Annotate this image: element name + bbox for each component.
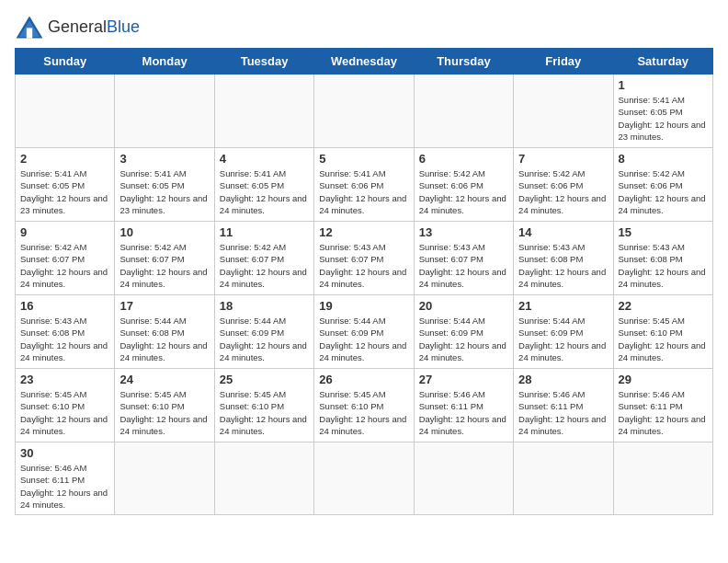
calendar-week-row: 1Sunrise: 5:41 AMSunset: 6:05 PMDaylight… — [16, 75, 713, 148]
day-number: 3 — [119, 152, 209, 166]
day-number: 10 — [119, 225, 209, 239]
day-info: Sunrise: 5:42 AMSunset: 6:07 PMDaylight:… — [20, 241, 109, 290]
weekday-header-row: SundayMondayTuesdayWednesdayThursdayFrid… — [16, 49, 713, 75]
weekday-header-tuesday: Tuesday — [214, 49, 313, 75]
calendar-week-row: 23Sunrise: 5:45 AMSunset: 6:10 PMDayligh… — [16, 369, 713, 442]
page-header: GeneralBlue — [15, 15, 713, 40]
day-number: 20 — [419, 299, 508, 313]
day-info: Sunrise: 5:46 AMSunset: 6:11 PMDaylight:… — [20, 462, 109, 511]
calendar-day-cell: 9Sunrise: 5:42 AMSunset: 6:07 PMDaylight… — [16, 222, 115, 295]
day-number: 7 — [518, 152, 608, 166]
day-number: 26 — [319, 373, 408, 386]
day-number: 14 — [518, 225, 608, 239]
logo: GeneralBlue — [15, 15, 140, 40]
day-number: 27 — [419, 373, 508, 386]
calendar-day-cell: 15Sunrise: 5:43 AMSunset: 6:08 PMDayligh… — [613, 222, 712, 295]
weekday-header-friday: Friday — [514, 49, 613, 75]
day-info: Sunrise: 5:44 AMSunset: 6:08 PMDaylight:… — [119, 315, 209, 363]
day-number: 24 — [119, 373, 209, 386]
day-info: Sunrise: 5:43 AMSunset: 6:07 PMDaylight:… — [319, 241, 408, 290]
calendar-day-cell — [214, 442, 313, 515]
calendar-day-cell: 10Sunrise: 5:42 AMSunset: 6:07 PMDayligh… — [115, 222, 214, 295]
day-info: Sunrise: 5:44 AMSunset: 6:09 PMDaylight:… — [220, 315, 309, 363]
day-number: 1 — [619, 78, 708, 92]
calendar-day-cell — [314, 75, 414, 148]
day-number: 30 — [20, 446, 109, 460]
day-number: 22 — [619, 299, 708, 313]
calendar-day-cell: 16Sunrise: 5:43 AMSunset: 6:08 PMDayligh… — [16, 295, 115, 369]
day-info: Sunrise: 5:41 AMSunset: 6:06 PMDaylight:… — [319, 167, 408, 216]
calendar-day-cell: 28Sunrise: 5:46 AMSunset: 6:11 PMDayligh… — [514, 369, 613, 442]
day-number: 4 — [220, 152, 309, 166]
day-number: 6 — [419, 152, 508, 166]
day-info: Sunrise: 5:41 AMSunset: 6:05 PMDaylight:… — [619, 94, 708, 143]
weekday-header-thursday: Thursday — [414, 49, 513, 75]
day-info: Sunrise: 5:42 AMSunset: 6:06 PMDaylight:… — [518, 167, 608, 216]
calendar-day-cell: 14Sunrise: 5:43 AMSunset: 6:08 PMDayligh… — [514, 222, 613, 295]
calendar-day-cell: 4Sunrise: 5:41 AMSunset: 6:05 PMDaylight… — [214, 148, 313, 222]
calendar-day-cell — [414, 75, 513, 148]
calendar-day-cell: 18Sunrise: 5:44 AMSunset: 6:09 PMDayligh… — [214, 295, 313, 369]
day-info: Sunrise: 5:46 AMSunset: 6:11 PMDaylight:… — [619, 388, 708, 437]
day-info: Sunrise: 5:41 AMSunset: 6:05 PMDaylight:… — [20, 167, 109, 216]
logo-text: GeneralBlue — [48, 17, 140, 38]
day-number: 12 — [319, 225, 408, 239]
day-info: Sunrise: 5:44 AMSunset: 6:09 PMDaylight:… — [518, 315, 608, 363]
calendar-day-cell: 27Sunrise: 5:46 AMSunset: 6:11 PMDayligh… — [414, 369, 513, 442]
calendar-day-cell: 11Sunrise: 5:42 AMSunset: 6:07 PMDayligh… — [214, 222, 313, 295]
calendar-week-row: 30Sunrise: 5:46 AMSunset: 6:11 PMDayligh… — [16, 442, 713, 515]
calendar-day-cell — [214, 75, 313, 148]
calendar-day-cell: 5Sunrise: 5:41 AMSunset: 6:06 PMDaylight… — [314, 148, 414, 222]
day-info: Sunrise: 5:42 AMSunset: 6:07 PMDaylight:… — [220, 241, 309, 290]
logo-icon — [15, 15, 44, 40]
day-info: Sunrise: 5:44 AMSunset: 6:09 PMDaylight:… — [319, 315, 408, 363]
day-number: 28 — [518, 373, 608, 386]
day-info: Sunrise: 5:43 AMSunset: 6:08 PMDaylight:… — [518, 241, 608, 290]
day-info: Sunrise: 5:45 AMSunset: 6:10 PMDaylight:… — [20, 388, 109, 437]
calendar-day-cell: 7Sunrise: 5:42 AMSunset: 6:06 PMDaylight… — [514, 148, 613, 222]
day-info: Sunrise: 5:45 AMSunset: 6:10 PMDaylight:… — [319, 388, 408, 437]
calendar-day-cell: 17Sunrise: 5:44 AMSunset: 6:08 PMDayligh… — [115, 295, 214, 369]
calendar-day-cell — [514, 75, 613, 148]
weekday-header-wednesday: Wednesday — [314, 49, 414, 75]
day-number: 9 — [20, 225, 109, 239]
calendar-day-cell: 19Sunrise: 5:44 AMSunset: 6:09 PMDayligh… — [314, 295, 414, 369]
day-number: 2 — [20, 152, 109, 166]
day-number: 5 — [319, 152, 408, 166]
calendar-day-cell: 26Sunrise: 5:45 AMSunset: 6:10 PMDayligh… — [314, 369, 414, 442]
day-number: 25 — [220, 373, 309, 386]
calendar-day-cell: 12Sunrise: 5:43 AMSunset: 6:07 PMDayligh… — [314, 222, 414, 295]
day-info: Sunrise: 5:46 AMSunset: 6:11 PMDaylight:… — [419, 388, 508, 437]
day-number: 16 — [20, 299, 109, 313]
day-info: Sunrise: 5:43 AMSunset: 6:08 PMDaylight:… — [20, 315, 109, 363]
day-number: 13 — [419, 225, 508, 239]
day-number: 15 — [619, 225, 708, 239]
calendar-day-cell: 24Sunrise: 5:45 AMSunset: 6:10 PMDayligh… — [115, 369, 214, 442]
calendar-day-cell: 30Sunrise: 5:46 AMSunset: 6:11 PMDayligh… — [16, 442, 115, 515]
calendar-day-cell: 21Sunrise: 5:44 AMSunset: 6:09 PMDayligh… — [514, 295, 613, 369]
calendar-day-cell: 2Sunrise: 5:41 AMSunset: 6:05 PMDaylight… — [16, 148, 115, 222]
day-info: Sunrise: 5:44 AMSunset: 6:09 PMDaylight:… — [419, 315, 508, 363]
calendar-day-cell: 22Sunrise: 5:45 AMSunset: 6:10 PMDayligh… — [613, 295, 712, 369]
calendar-day-cell: 8Sunrise: 5:42 AMSunset: 6:06 PMDaylight… — [613, 148, 712, 222]
calendar-day-cell — [314, 442, 414, 515]
calendar-day-cell: 6Sunrise: 5:42 AMSunset: 6:06 PMDaylight… — [414, 148, 513, 222]
day-info: Sunrise: 5:41 AMSunset: 6:05 PMDaylight:… — [220, 167, 309, 216]
calendar-day-cell — [514, 442, 613, 515]
calendar-day-cell — [16, 75, 115, 148]
day-number: 23 — [20, 373, 109, 386]
weekday-header-sunday: Sunday — [16, 49, 115, 75]
day-number: 17 — [119, 299, 209, 313]
calendar-week-row: 16Sunrise: 5:43 AMSunset: 6:08 PMDayligh… — [16, 295, 713, 369]
calendar-day-cell — [414, 442, 513, 515]
day-number: 11 — [220, 225, 309, 239]
calendar-table: SundayMondayTuesdayWednesdayThursdayFrid… — [15, 48, 713, 515]
day-number: 18 — [220, 299, 309, 313]
calendar-day-cell: 3Sunrise: 5:41 AMSunset: 6:05 PMDaylight… — [115, 148, 214, 222]
svg-rect-2 — [27, 28, 32, 38]
calendar-day-cell — [613, 442, 712, 515]
calendar-day-cell — [115, 442, 214, 515]
calendar-day-cell: 1Sunrise: 5:41 AMSunset: 6:05 PMDaylight… — [613, 75, 712, 148]
day-info: Sunrise: 5:45 AMSunset: 6:10 PMDaylight:… — [119, 388, 209, 437]
calendar-day-cell: 20Sunrise: 5:44 AMSunset: 6:09 PMDayligh… — [414, 295, 513, 369]
